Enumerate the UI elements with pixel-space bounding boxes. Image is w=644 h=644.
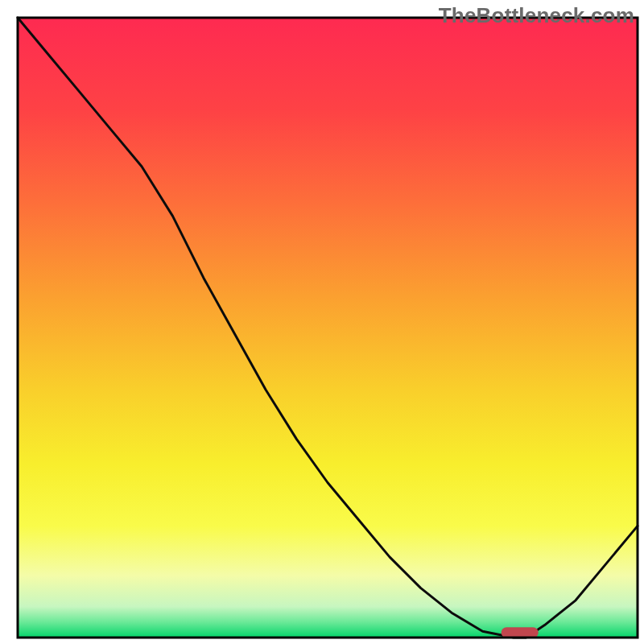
chart-svg	[0, 0, 644, 644]
optimum-marker	[502, 627, 539, 638]
bottleneck-chart: TheBottleneck.com	[0, 0, 644, 644]
gradient-background	[18, 18, 638, 638]
